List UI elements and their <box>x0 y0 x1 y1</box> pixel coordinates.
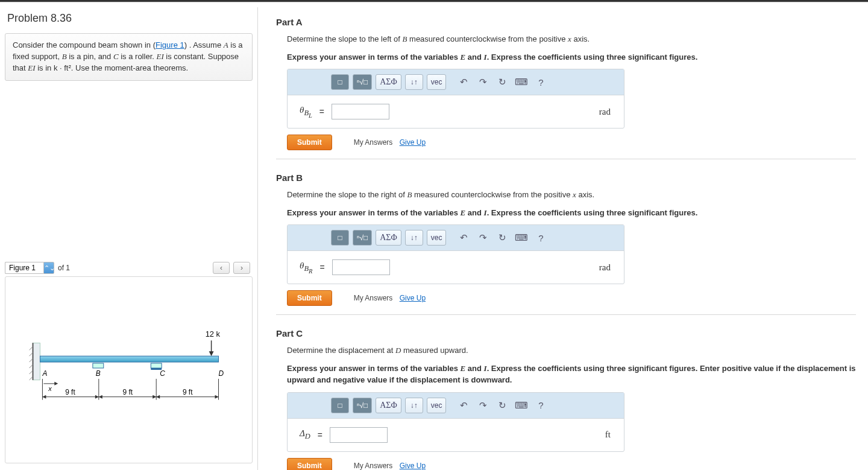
greek-letters-button[interactable]: ΑΣΦ <box>376 74 401 90</box>
svg-text:C: C <box>160 369 165 377</box>
svg-rect-12 <box>151 363 162 368</box>
part-c: Part C Determine the displacement at D m… <box>276 328 856 470</box>
help-icon[interactable]: ? <box>533 74 549 90</box>
part-heading: Part B <box>276 173 856 183</box>
give-up-link[interactable]: Give Up <box>400 462 426 470</box>
svg-marker-19 <box>54 381 58 385</box>
redo-icon[interactable]: ↷ <box>475 74 491 90</box>
redo-icon[interactable]: ↷ <box>475 398 491 413</box>
vec-button[interactable]: vec <box>427 74 447 90</box>
reset-icon[interactable]: ↻ <box>494 230 510 246</box>
subsup-button[interactable]: ↓↑ <box>405 398 423 413</box>
my-answers-label: My Answers <box>354 462 393 470</box>
undo-icon[interactable]: ↶ <box>456 398 471 413</box>
part-prompt: Determine the displacement at D measured… <box>287 345 856 357</box>
part-instructions: Express your answer in terms of the vari… <box>287 51 856 63</box>
answer-box: □ ⁿ√□ ΑΣΦ ↓↑ vec ↶ ↷ ↻ ⌨ ? θBL = rad <box>287 69 624 129</box>
variable-label: θBR <box>300 261 312 275</box>
part-b: Part B Determine the slope to the right … <box>276 173 856 315</box>
template-icon[interactable]: □ <box>331 74 349 90</box>
part-instructions: Express your answer in terms of the vari… <box>287 207 856 219</box>
problem-description: Consider the compound beam shown in (Fig… <box>5 33 253 81</box>
help-icon[interactable]: ? <box>533 230 549 246</box>
part-instructions: Express your answer in terms of the vari… <box>287 363 856 386</box>
answer-box: □ ⁿ√□ ΑΣΦ ↓↑ vec ↶ ↷ ↻ ⌨ ? ΔD = ft <box>287 392 624 452</box>
load-label: 12 k <box>206 329 221 338</box>
figure-prev-button[interactable]: ‹ <box>213 262 230 274</box>
reset-icon[interactable]: ↻ <box>494 398 510 413</box>
vec-button[interactable]: vec <box>427 230 447 246</box>
greek-letters-button[interactable]: ΑΣΦ <box>376 398 401 413</box>
keyboard-icon[interactable]: ⌨ <box>514 398 529 413</box>
svg-rect-11 <box>93 363 104 368</box>
answer-box: □ ⁿ√□ ΑΣΦ ↓↑ vec ↶ ↷ ↻ ⌨ ? θBR = rad <box>287 224 624 284</box>
equation-toolbar: □ ⁿ√□ ΑΣΦ ↓↑ vec ↶ ↷ ↻ ⌨ ? <box>288 225 624 251</box>
vec-button[interactable]: vec <box>427 398 447 413</box>
root-icon[interactable]: ⁿ√□ <box>353 74 372 90</box>
svg-marker-27 <box>95 395 99 398</box>
give-up-link[interactable]: Give Up <box>400 294 426 302</box>
part-a: Part A Determine the slope to the left o… <box>276 17 856 159</box>
svg-marker-1 <box>209 351 214 356</box>
figure-number-input[interactable] <box>5 262 43 274</box>
variable-label: θBL <box>300 105 312 119</box>
submit-button[interactable]: Submit <box>287 458 332 471</box>
svg-text:9 ft: 9 ft <box>183 387 193 396</box>
problem-title: Problem 8.36 <box>7 12 253 25</box>
variable-label: ΔD <box>300 428 310 441</box>
answer-input[interactable] <box>332 259 390 275</box>
submit-button[interactable]: Submit <box>287 290 332 306</box>
template-icon[interactable]: □ <box>331 398 349 413</box>
undo-icon[interactable]: ↶ <box>456 230 471 246</box>
svg-rect-10 <box>40 356 218 362</box>
part-prompt: Determine the slope to the right of B me… <box>287 189 856 201</box>
undo-icon[interactable]: ↶ <box>456 74 471 90</box>
svg-marker-30 <box>156 395 160 398</box>
my-answers-label: My Answers <box>354 138 393 147</box>
reset-icon[interactable]: ↻ <box>494 74 510 90</box>
submit-button[interactable]: Submit <box>287 135 332 150</box>
equals-sign: = <box>319 107 324 116</box>
equation-toolbar: □ ⁿ√□ ΑΣΦ ↓↑ vec ↶ ↷ ↻ ⌨ ? <box>288 393 624 419</box>
svg-rect-2 <box>33 343 40 380</box>
part-heading: Part A <box>276 17 856 27</box>
svg-text:B: B <box>96 369 101 377</box>
equation-toolbar: □ ⁿ√□ ΑΣΦ ↓↑ vec ↶ ↷ ↻ ⌨ ? <box>288 69 624 95</box>
figure-link[interactable]: Figure 1 <box>156 40 184 49</box>
figure-count: of 1 <box>58 264 70 272</box>
svg-marker-26 <box>42 395 46 398</box>
svg-text:x: x <box>48 384 52 392</box>
my-answers-label: My Answers <box>354 294 393 302</box>
unit-label: rad <box>599 107 618 117</box>
figure-next-button[interactable]: › <box>233 262 250 274</box>
svg-text:D: D <box>219 369 224 377</box>
answer-input[interactable] <box>330 427 388 443</box>
root-icon[interactable]: ⁿ√□ <box>353 230 372 246</box>
unit-label: ft <box>605 430 618 440</box>
give-up-link[interactable]: Give Up <box>400 138 426 147</box>
figure-stepper[interactable]: ⌃⌄ <box>43 262 54 274</box>
svg-text:9 ft: 9 ft <box>65 387 75 396</box>
desc-text: Consider the compound beam shown in ( <box>13 40 156 49</box>
template-icon[interactable]: □ <box>331 230 349 246</box>
subsup-button[interactable]: ↓↑ <box>405 230 423 246</box>
answer-input[interactable] <box>332 104 389 119</box>
subsup-button[interactable]: ↓↑ <box>405 74 423 90</box>
part-prompt: Determine the slope to the left of B mea… <box>287 33 856 45</box>
keyboard-icon[interactable]: ⌨ <box>514 230 529 246</box>
keyboard-icon[interactable]: ⌨ <box>514 74 529 90</box>
svg-marker-29 <box>153 395 156 398</box>
svg-text:A: A <box>42 369 47 377</box>
unit-label: rad <box>599 262 618 273</box>
svg-text:9 ft: 9 ft <box>123 387 133 396</box>
part-heading: Part C <box>276 328 856 338</box>
help-icon[interactable]: ? <box>533 398 549 413</box>
figure-canvas: 12 k <box>5 276 253 463</box>
svg-marker-31 <box>215 395 219 398</box>
redo-icon[interactable]: ↷ <box>475 230 491 246</box>
root-icon[interactable]: ⁿ√□ <box>353 398 372 413</box>
greek-letters-button[interactable]: ΑΣΦ <box>376 230 401 246</box>
svg-marker-28 <box>99 395 102 398</box>
